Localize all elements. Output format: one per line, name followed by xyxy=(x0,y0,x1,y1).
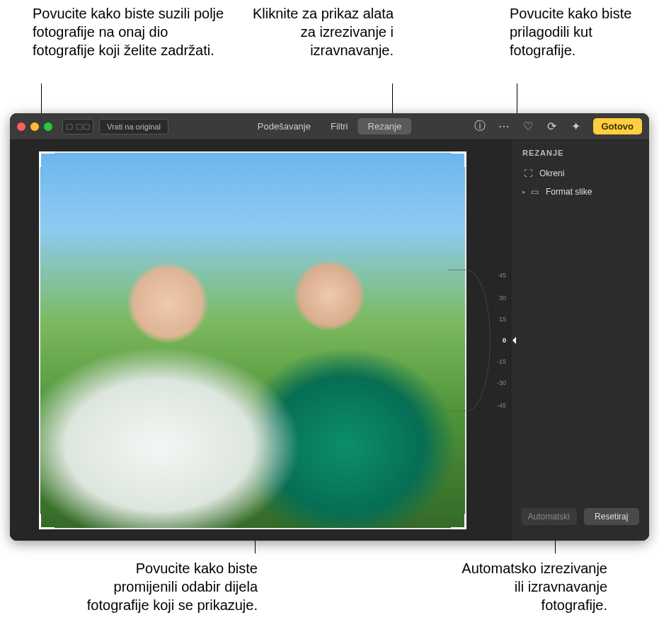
dial-tick: -30 xyxy=(497,379,506,386)
crop-canvas[interactable]: 45 30 15 0 -15 -30 -45 xyxy=(10,140,510,541)
callout-auto-crop: Automatsko izrezivanje ili izravnavanje … xyxy=(453,559,607,614)
done-button[interactable]: Gotovo xyxy=(593,118,643,134)
compare-view-icon: ▢▢ xyxy=(76,122,90,131)
aspect-icon: ▭ xyxy=(529,187,540,197)
dial-tick: -45 xyxy=(497,402,506,409)
info-icon[interactable]: ⓘ xyxy=(473,120,487,134)
tab-filters[interactable]: Filtri xyxy=(321,118,358,134)
minimize-icon[interactable] xyxy=(30,122,39,131)
revert-button[interactable]: Vrati na original xyxy=(99,119,168,134)
rotate-icon[interactable]: ⟳ xyxy=(545,120,559,134)
view-toggle[interactable]: ▢ ▢▢ xyxy=(62,119,93,134)
aspect-row[interactable]: ▸ ▭ Format slike xyxy=(511,183,649,201)
crop-handle-top-right[interactable] xyxy=(451,151,466,167)
flip-icon: ⛶ xyxy=(522,168,534,178)
callout-crop-tools: Kliknite za prikaz alata za izrezivanje … xyxy=(252,4,394,59)
dial-tick-center: 0 xyxy=(503,337,506,344)
crop-frame[interactable] xyxy=(40,153,465,528)
straighten-dial[interactable]: 45 30 15 0 -15 -30 -45 xyxy=(474,270,506,411)
dial-tick: -15 xyxy=(497,358,506,365)
crop-handle-bottom-left[interactable] xyxy=(39,514,55,529)
dial-tick: 30 xyxy=(499,294,506,301)
titlebar: ▢ ▢▢ Vrati na original Podešavanje Filtr… xyxy=(10,113,649,140)
fullscreen-icon[interactable] xyxy=(44,122,52,131)
close-icon[interactable] xyxy=(17,122,25,131)
photos-edit-window: ▢ ▢▢ Vrati na original Podešavanje Filtr… xyxy=(10,113,649,541)
crop-handle-top-left[interactable] xyxy=(39,151,55,167)
crop-handle-bottom-right[interactable] xyxy=(451,514,466,529)
crop-side-panel: REZANJE ⛶ Okreni ▸ ▭ Format slike Automa… xyxy=(510,140,649,541)
aspect-label: Format slike xyxy=(546,187,592,197)
single-view-icon: ▢ xyxy=(66,122,73,131)
auto-button[interactable]: Automatski xyxy=(521,508,577,525)
dial-arc xyxy=(448,270,491,411)
tab-adjust[interactable]: Podešavanje xyxy=(248,118,321,134)
panel-title: REZANJE xyxy=(511,149,649,164)
chevron-right-icon: ▸ xyxy=(522,188,526,195)
extensions-icon[interactable]: ⋯ xyxy=(497,120,511,134)
callout-crop-handle: Povucite kako biste suzili polje fotogra… xyxy=(33,4,231,59)
window-controls[interactable] xyxy=(17,122,52,131)
favorite-icon[interactable]: ♡ xyxy=(521,120,535,134)
flip-row[interactable]: ⛶ Okreni xyxy=(511,164,649,183)
callout-drag-photo: Povucite kako biste promijenili odabir d… xyxy=(74,559,258,614)
dial-tick: 45 xyxy=(499,272,506,279)
edit-mode-tabs: Podešavanje Filtri Rezanje xyxy=(248,113,411,139)
photo-preview[interactable] xyxy=(40,153,465,528)
tab-crop[interactable]: Rezanje xyxy=(358,118,412,134)
flip-label: Okreni xyxy=(539,168,564,178)
callout-angle-dial: Povucite kako biste prilagodili kut foto… xyxy=(510,4,651,59)
dial-tick: 15 xyxy=(499,316,506,323)
reset-button[interactable]: Resetiraj xyxy=(584,508,640,525)
enhance-icon[interactable]: ✦ xyxy=(569,120,583,134)
